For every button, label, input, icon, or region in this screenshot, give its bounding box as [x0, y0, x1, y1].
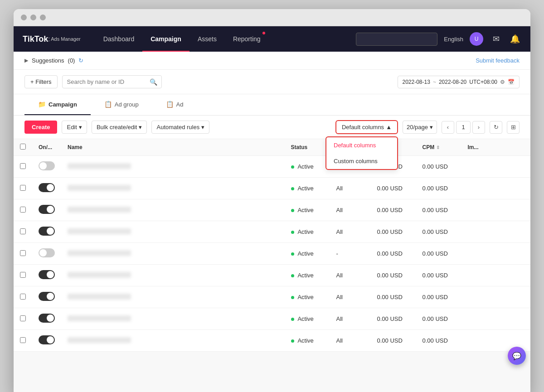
row-cpc-7: 0.00 USD: [371, 308, 416, 330]
tab-campaign[interactable]: 📁 Campaign: [24, 94, 91, 115]
date-separator: ~: [433, 79, 436, 85]
row-toggle-8[interactable]: [39, 335, 55, 344]
language-selector[interactable]: English: [444, 36, 463, 43]
row-checkbox-1[interactable]: [20, 185, 26, 191]
nav-dashboard[interactable]: Dashboard: [95, 26, 143, 52]
suggestions-count: (0): [68, 57, 75, 64]
traffic-light-minimize[interactable]: [30, 15, 36, 20]
row-cpm-3: 0.00 USD: [416, 221, 461, 243]
columns-option-custom[interactable]: Custom columns: [326, 153, 397, 169]
columns-dropdown-container: Default columns ▲ Default columns Custom…: [335, 120, 398, 134]
suggestions-refresh-icon[interactable]: ↻: [78, 57, 83, 64]
search-input[interactable]: [62, 75, 162, 88]
select-all-header[interactable]: [14, 139, 32, 156]
prev-page-button[interactable]: ‹: [442, 121, 454, 134]
row-toggle-3[interactable]: [39, 227, 55, 236]
tab-ad[interactable]: 📋 Ad: [152, 94, 197, 115]
ad-tab-icon: 📋: [166, 101, 174, 108]
row-cpc-5: 0.00 USD: [371, 265, 416, 286]
row-cpc-8: 0.00 USD: [371, 330, 416, 352]
messages-icon[interactable]: ✉: [490, 33, 502, 45]
row-toggle-cell[interactable]: [32, 308, 61, 330]
row-toggle-6[interactable]: [39, 292, 55, 301]
row-toggle-cell[interactable]: [32, 156, 61, 178]
row-checkbox-cell[interactable]: [14, 178, 32, 199]
tabs-bar: 📁 Campaign 📋 Ad group 📋 Ad: [14, 94, 530, 116]
row-checkbox-cell[interactable]: [14, 243, 32, 265]
row-impressions-0: [461, 156, 531, 178]
row-checkbox-5[interactable]: [20, 272, 26, 278]
row-name-0: [61, 156, 285, 178]
date-range-picker[interactable]: 2022-08-13 ~ 2022-08-20 UTC+08:00 ⚙ 📅: [398, 76, 520, 88]
filter-button[interactable]: + Filters: [24, 75, 58, 88]
row-toggle-cell[interactable]: [32, 178, 61, 199]
row-toggle-cell[interactable]: [32, 286, 61, 308]
row-checkbox-cell[interactable]: [14, 265, 32, 286]
row-budget-3: All: [330, 221, 371, 243]
row-name-3: [61, 221, 285, 243]
row-checkbox-cell[interactable]: [14, 286, 32, 308]
row-toggle-5[interactable]: [39, 270, 55, 279]
calendar-open-icon: 📅: [508, 79, 515, 85]
search-nav-input[interactable]: [356, 33, 437, 46]
tab-adgroup[interactable]: 📋 Ad group: [91, 94, 152, 115]
columns-option-default[interactable]: Default columns: [326, 137, 397, 153]
row-impressions-6: [461, 286, 531, 308]
row-toggle-4[interactable]: [39, 248, 55, 257]
row-toggle-cell[interactable]: [32, 221, 61, 243]
impressions-header: Im...: [461, 139, 531, 156]
row-budget-5: All: [330, 265, 371, 286]
row-checkbox-cell[interactable]: [14, 308, 32, 330]
row-toggle-2[interactable]: [39, 205, 55, 214]
timezone-label: UTC+08:00: [469, 79, 497, 85]
create-button[interactable]: Create: [24, 121, 57, 134]
column-settings-button[interactable]: ⊞: [507, 121, 520, 134]
bulk-create-dropdown[interactable]: Bulk create/edit ▾: [92, 121, 147, 134]
campaign-tab-icon: 📁: [38, 101, 46, 108]
cpm-header[interactable]: CPM ⇕: [416, 139, 461, 156]
chat-widget[interactable]: 💬: [508, 347, 526, 365]
nav-reporting[interactable]: Reporting: [225, 26, 269, 52]
traffic-light-maximize[interactable]: [40, 15, 46, 20]
row-checkbox-8[interactable]: [20, 337, 26, 343]
row-status-4: Active: [285, 243, 330, 265]
row-toggle-7[interactable]: [39, 314, 55, 323]
automated-rules-dropdown[interactable]: Automated rules ▾: [151, 121, 209, 134]
next-page-button[interactable]: ›: [472, 121, 485, 134]
row-toggle-cell[interactable]: [32, 199, 61, 221]
row-toggle-cell[interactable]: [32, 265, 61, 286]
reporting-dot: [262, 32, 265, 34]
default-columns-button[interactable]: Default columns ▲: [335, 120, 398, 134]
refresh-table-button[interactable]: ↻: [490, 121, 502, 134]
row-checkbox-0[interactable]: [20, 163, 26, 169]
row-checkbox-cell[interactable]: [14, 156, 32, 178]
suggestions-chevron[interactable]: ▶: [24, 58, 28, 63]
row-checkbox-cell[interactable]: [14, 330, 32, 352]
row-checkbox-7[interactable]: [20, 315, 26, 321]
row-toggle-cell[interactable]: [32, 330, 61, 352]
row-toggle-0[interactable]: [39, 161, 55, 170]
row-checkbox-cell[interactable]: [14, 199, 32, 221]
bulk-create-chevron-icon: ▾: [139, 124, 142, 131]
row-checkbox-6[interactable]: [20, 294, 26, 300]
table-row: Active All 0.00 USD 0.00 USD: [14, 199, 530, 221]
row-toggle-cell[interactable]: [32, 243, 61, 265]
row-checkbox-3[interactable]: [20, 228, 26, 234]
row-status-1: Active: [285, 178, 330, 199]
per-page-selector[interactable]: 20/page ▾: [403, 121, 437, 134]
submit-feedback-link[interactable]: Submit feedback: [476, 57, 520, 64]
row-checkbox-4[interactable]: [20, 250, 26, 256]
row-toggle-1[interactable]: [39, 183, 55, 192]
avatar[interactable]: U: [470, 32, 483, 46]
row-cpc-2: 0.00 USD: [371, 199, 416, 221]
page-number-input[interactable]: [456, 121, 471, 134]
row-checkbox-cell[interactable]: [14, 221, 32, 243]
traffic-light-close[interactable]: [21, 15, 27, 20]
notifications-icon[interactable]: 🔔: [509, 33, 521, 45]
nav-campaign[interactable]: Campaign: [142, 26, 189, 52]
table-row: Active - 0.00 USD 0.00 USD: [14, 156, 530, 178]
edit-dropdown[interactable]: Edit ▾: [62, 121, 87, 134]
select-all-checkbox[interactable]: [20, 144, 26, 150]
row-checkbox-2[interactable]: [20, 207, 26, 213]
nav-assets[interactable]: Assets: [189, 26, 225, 52]
